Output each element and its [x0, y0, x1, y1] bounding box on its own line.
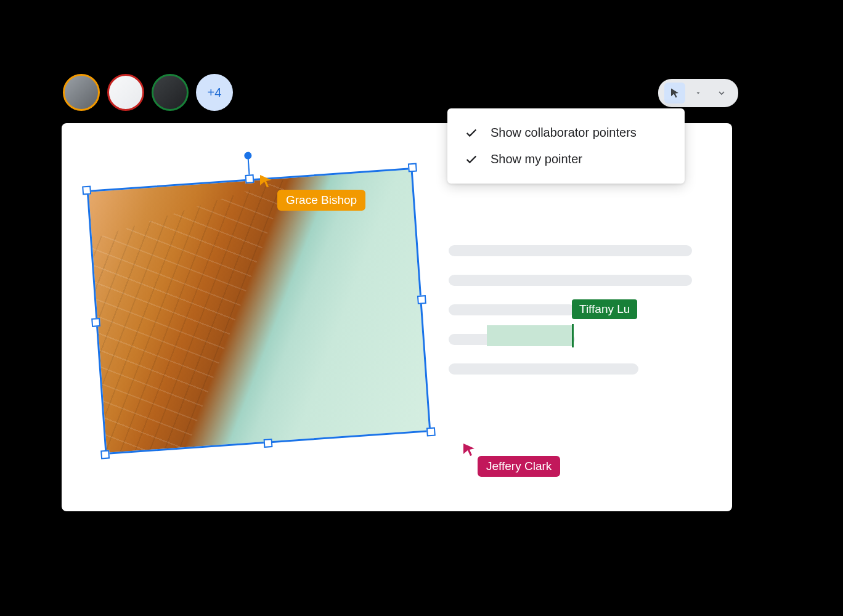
resize-handle-br[interactable] [426, 428, 436, 437]
menu-show-collaborator-pointers[interactable]: Show collaborator pointers [447, 120, 685, 146]
caret-down-icon [694, 89, 702, 97]
pointer-icon [669, 87, 680, 99]
resize-handle-r[interactable] [417, 295, 426, 304]
resize-handle-b[interactable] [264, 439, 273, 448]
cursor-icon [259, 174, 274, 188]
resize-handle-bl[interactable] [100, 450, 110, 459]
chevron-down-icon [717, 88, 727, 98]
resize-handle-t[interactable] [245, 174, 255, 184]
cursor-icon [462, 442, 477, 457]
text-line [449, 363, 638, 375]
grace-name-tag: Grace Bishop [277, 190, 365, 211]
text-placeholder-block [449, 245, 692, 393]
menu-item-label: Show collaborator pointers [491, 126, 637, 140]
tiffany-caret [572, 324, 574, 347]
pointer-tool-button[interactable] [664, 83, 685, 103]
collaborator-avatars: +4 [63, 74, 233, 111]
tiffany-text-selection [487, 325, 572, 346]
avatar-2[interactable] [107, 74, 144, 111]
image-content [87, 168, 431, 455]
resize-handle-tr[interactable] [408, 163, 417, 172]
menu-show-my-pointer[interactable]: Show my pointer [447, 146, 685, 172]
menu-item-label: Show my pointer [491, 152, 582, 166]
pointer-toolbar [658, 79, 738, 107]
tiffany-name-tag: Tiffany Lu [572, 299, 637, 319]
jeffery-name-tag: Jeffery Clark [478, 456, 560, 477]
rotate-handle[interactable] [244, 152, 252, 160]
text-line [449, 245, 692, 256]
check-icon [465, 126, 478, 140]
text-line [449, 304, 575, 315]
avatar-1[interactable] [63, 74, 100, 111]
resize-handle-l[interactable] [91, 318, 100, 327]
pointer-options-dropdown: Show collaborator pointers Show my point… [447, 108, 685, 184]
check-icon [465, 153, 478, 166]
toolbar-chevron-button[interactable] [711, 83, 732, 103]
pointer-dropdown-toggle[interactable] [688, 83, 709, 103]
avatar-overflow-count[interactable]: +4 [196, 74, 233, 111]
resize-handle-tl[interactable] [82, 186, 91, 195]
avatar-3[interactable] [152, 74, 189, 111]
text-line [449, 275, 692, 286]
selected-image[interactable] [87, 168, 431, 455]
